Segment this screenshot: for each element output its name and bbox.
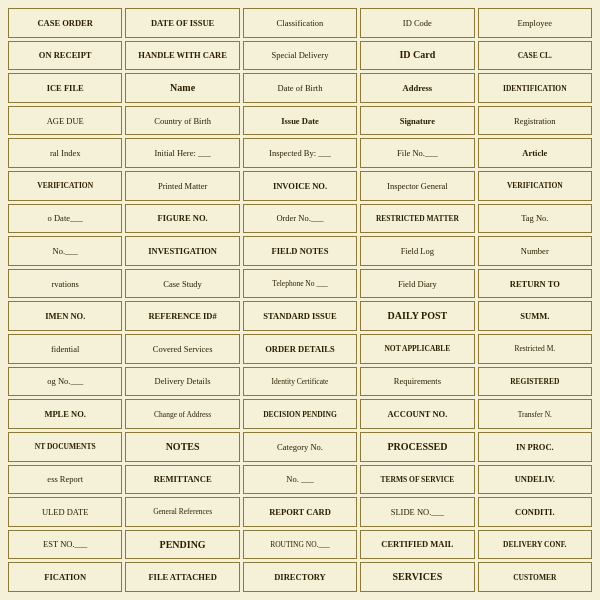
label-box-67: Category No.	[243, 432, 357, 462]
label-box-68: PROCESSED	[360, 432, 474, 462]
label-box-8: ID Card	[360, 41, 474, 71]
label-box-11: Name	[125, 73, 239, 103]
label-box-55: og No.___	[8, 367, 122, 397]
label-box-82: ROUTING NO.___	[243, 530, 357, 560]
label-box-80: EST NO.___	[8, 530, 122, 560]
label-box-40: rvations	[8, 269, 122, 299]
label-box-39: Number	[478, 236, 592, 266]
label-box-72: No. ___	[243, 465, 357, 495]
label-box-89: CUSTOMER	[478, 562, 592, 592]
label-box-46: REFERENCE ID#	[125, 301, 239, 331]
label-box-69: IN PROC.	[478, 432, 592, 462]
label-box-7: Special Delivery	[243, 41, 357, 71]
label-box-70: ess Report	[8, 465, 122, 495]
label-box-42: Telephone No ___	[243, 269, 357, 299]
label-box-15: AGE DUE	[8, 106, 122, 136]
label-box-1: DATE OF ISSUE	[125, 8, 239, 38]
label-box-34: Tag No.	[478, 204, 592, 234]
label-box-54: Restricted M.	[478, 334, 592, 364]
label-box-48: DAILY POST	[360, 301, 474, 331]
label-box-86: FILE ATTACHED	[125, 562, 239, 592]
label-box-14: IDENTIFICATION	[478, 73, 592, 103]
label-box-3: ID Code	[360, 8, 474, 38]
label-box-6: HANDLE WITH CARE	[125, 41, 239, 71]
label-box-19: Registration	[478, 106, 592, 136]
label-box-13: Address	[360, 73, 474, 103]
label-box-17: Issue Date	[243, 106, 357, 136]
label-box-79: CONDITI.	[478, 497, 592, 527]
label-box-32: Order No.___	[243, 204, 357, 234]
label-box-84: DELIVERY CONF.	[478, 530, 592, 560]
label-box-64: Transfer N.	[478, 399, 592, 429]
label-box-63: ACCOUNT NO.	[360, 399, 474, 429]
label-box-30: o Date___	[8, 204, 122, 234]
label-box-65: NT DOCUMENTS	[8, 432, 122, 462]
label-box-88: SERVICES	[360, 562, 474, 592]
label-box-83: CERTIFIED MAIL	[360, 530, 474, 560]
label-box-22: Inspected By: ___	[243, 138, 357, 168]
label-box-45: IMEN NO.	[8, 301, 122, 331]
label-box-0: CASE ORDER	[8, 8, 122, 38]
label-box-52: ORDER DETAILS	[243, 334, 357, 364]
label-box-53: NOT APPLICABLE	[360, 334, 474, 364]
label-box-20: ral Index	[8, 138, 122, 168]
label-box-5: ON RECEIPT	[8, 41, 122, 71]
label-box-43: Field Diary	[360, 269, 474, 299]
label-box-41: Case Study	[125, 269, 239, 299]
label-box-77: REPORT CARD	[243, 497, 357, 527]
label-box-16: Country of Birth	[125, 106, 239, 136]
label-box-60: MPLE NO.	[8, 399, 122, 429]
label-box-66: NOTES	[125, 432, 239, 462]
label-box-28: Inspector General	[360, 171, 474, 201]
label-box-38: Field Log	[360, 236, 474, 266]
label-box-74: UNDELIV.	[478, 465, 592, 495]
label-box-4: Employee	[478, 8, 592, 38]
label-box-76: General References	[125, 497, 239, 527]
label-box-57: Identity Certificate	[243, 367, 357, 397]
label-box-58: Requirements	[360, 367, 474, 397]
label-box-49: SUMM.	[478, 301, 592, 331]
label-box-33: RESTRICTED MATTER	[360, 204, 474, 234]
label-box-12: Date of Birth	[243, 73, 357, 103]
label-box-31: FIGURE NO.	[125, 204, 239, 234]
label-box-18: Signature	[360, 106, 474, 136]
label-box-10: ICE FILE	[8, 73, 122, 103]
label-box-75: ULED DATE	[8, 497, 122, 527]
label-box-21: Initial Here: ___	[125, 138, 239, 168]
label-box-61: Change of Address	[125, 399, 239, 429]
label-box-50: fidential	[8, 334, 122, 364]
label-box-9: CASE CL.	[478, 41, 592, 71]
label-box-37: FIELD NOTES	[243, 236, 357, 266]
label-box-25: VERIFICATION	[8, 171, 122, 201]
label-grid: CASE ORDERDATE OF ISSUEClassificationID …	[0, 0, 600, 600]
label-box-35: No.___	[8, 236, 122, 266]
label-box-27: INVOICE NO.	[243, 171, 357, 201]
label-box-87: DIRECTORY	[243, 562, 357, 592]
label-box-24: Article	[478, 138, 592, 168]
label-box-51: Covered Services	[125, 334, 239, 364]
label-box-44: RETURN TO	[478, 269, 592, 299]
label-box-78: SLIDE NO.___	[360, 497, 474, 527]
label-box-26: Printed Matter	[125, 171, 239, 201]
label-box-36: INVESTIGATION	[125, 236, 239, 266]
label-box-47: STANDARD ISSUE	[243, 301, 357, 331]
label-box-29: VERIFICATION	[478, 171, 592, 201]
label-box-71: REMITTANCE	[125, 465, 239, 495]
label-box-73: TERMS OF SERVICE	[360, 465, 474, 495]
label-box-56: Delivery Details	[125, 367, 239, 397]
label-box-62: DECISION PENDING	[243, 399, 357, 429]
label-box-59: REGISTERED	[478, 367, 592, 397]
label-box-81: PENDING	[125, 530, 239, 560]
label-box-2: Classification	[243, 8, 357, 38]
label-box-23: File No.___	[360, 138, 474, 168]
label-box-85: FICATION	[8, 562, 122, 592]
